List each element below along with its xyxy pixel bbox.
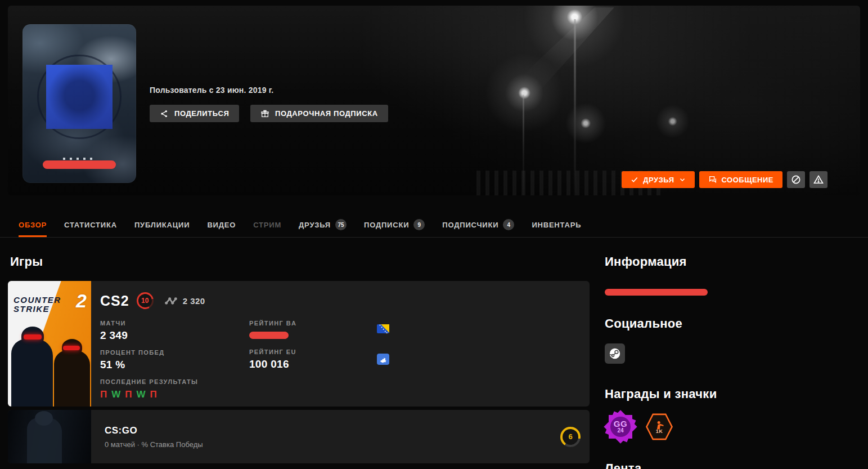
- tab-subscriptions[interactable]: ПОДПИСКИ9: [364, 219, 425, 231]
- cs2-banner-number: 2: [76, 290, 87, 312]
- steam-link-button[interactable]: [605, 343, 625, 364]
- tab-videos[interactable]: ВИДЕО: [207, 221, 236, 230]
- cs2-banner-logo: COUNTER STRIKE: [14, 296, 61, 314]
- profile-sidebar: Информация Социальное Награды и значки G…: [605, 254, 860, 469]
- steam-icon: [609, 347, 621, 360]
- gift-subscription-button[interactable]: ПОДАРОЧНАЯ ПОДПИСКА: [250, 105, 388, 122]
- 1k-badge-label: 1K: [656, 428, 663, 434]
- tab-statistics[interactable]: СТАТИСТИКА: [64, 221, 117, 230]
- region-flags: [377, 320, 399, 407]
- rating-eu-label: РЕЙТИНГ EU: [249, 349, 377, 355]
- avatar-card[interactable]: [23, 24, 136, 183]
- avatar: [46, 65, 113, 129]
- rating-eu-value: 100 016: [249, 358, 377, 370]
- recent-result: П: [125, 389, 132, 400]
- gg-badge-text: GG: [614, 420, 627, 428]
- tab-publications[interactable]: ПУБЛИКАЦИИ: [134, 221, 190, 230]
- gift-button-label: ПОДАРОЧНАЯ ПОДПИСКА: [275, 109, 378, 118]
- recent-results-label: ПОСЛЕДНИЕ РЕЗУЛЬТАТЫ: [100, 378, 249, 385]
- csgo-card-body: CS:GO 0 матчей · % Ставка Победы 6: [91, 410, 590, 463]
- profile-page: Пользователь с 23 июн. 2019 г. ПОДЕЛИТЬС…: [0, 0, 868, 469]
- info-redaction: [605, 289, 708, 296]
- badges-row: GG 24 1K: [605, 411, 860, 443]
- tab-stream: СТРИМ: [253, 221, 281, 230]
- tab-label: ИНВЕНТАРЬ: [532, 221, 581, 229]
- csgo-title: CS:GO: [105, 425, 203, 436]
- chat-icon: [708, 175, 717, 184]
- rating-ba-redaction: [249, 332, 289, 339]
- winrate-value: 51 %: [100, 359, 249, 371]
- check-icon: [631, 176, 638, 184]
- cs2-banner-art: COUNTER STRIKE 2: [8, 281, 91, 407]
- share-button-label: ПОДЕЛИТЬСЯ: [174, 109, 229, 118]
- cs2-card-body: CS2 10 2 320 МАТЧИ 2 349: [91, 281, 590, 407]
- soldier-silhouette: [54, 350, 90, 407]
- cs2-elo-value: 2 320: [183, 296, 205, 306]
- friends-dropdown-button[interactable]: ДРУЗЬЯ: [622, 171, 694, 188]
- profile-hero: Пользователь с 23 июн. 2019 г. ПОДЕЛИТЬС…: [8, 6, 860, 195]
- matches-label: МАТЧИ: [100, 320, 249, 327]
- friends-button-label: ДРУЗЬЯ: [643, 176, 674, 184]
- share-button[interactable]: ПОДЕЛИТЬСЯ: [150, 105, 239, 122]
- recent-result: W: [111, 389, 120, 400]
- gg24-award-badge[interactable]: GG 24: [605, 411, 636, 443]
- report-user-button[interactable]: [809, 171, 827, 188]
- username-redaction: [43, 160, 116, 169]
- tab-label: ОБЗОР: [19, 221, 47, 229]
- matches-value: 2 349: [100, 329, 249, 342]
- csgo-level-badge: 6: [560, 427, 581, 447]
- tab-label: ПОДПИСКИ: [364, 221, 409, 229]
- tab-label: СТРИМ: [253, 221, 281, 229]
- games-section: Игры COUNTER STRIKE 2 CS2 10: [8, 254, 590, 463]
- europe-region-icon: [377, 354, 389, 365]
- games-heading: Игры: [10, 254, 590, 269]
- member-since-text: Пользователь с 23 июн. 2019 г.: [150, 86, 273, 95]
- tabs-divider: [0, 237, 868, 238]
- tab-subscribers[interactable]: ПОДПИСЧИКИ4: [442, 219, 514, 231]
- rating-ba-label: РЕЙТИНГ BA: [249, 320, 377, 327]
- tab-label: ПУБЛИКАЦИИ: [134, 221, 190, 229]
- profile-tabs: ОБЗОР СТАТИСТИКА ПУБЛИКАЦИИ ВИДЕО СТРИМ …: [19, 219, 581, 231]
- soldier-silhouette: [27, 418, 62, 463]
- info-heading: Информация: [605, 254, 860, 269]
- block-user-button[interactable]: [787, 171, 805, 188]
- tab-badge-count: 75: [335, 219, 347, 230]
- cs2-title: CS2: [100, 293, 129, 309]
- awards-heading: Награды и значки: [605, 387, 860, 401]
- feed-heading: Лента: [605, 461, 860, 469]
- elo-icon: [164, 297, 178, 305]
- recent-result: П: [150, 389, 157, 400]
- tab-label: ПОДПИСЧИКИ: [442, 221, 498, 229]
- recent-result: W: [136, 389, 145, 400]
- username-ascenders: [63, 158, 97, 160]
- soldier-silhouette: [11, 339, 53, 407]
- bosnia-flag-icon: [377, 324, 389, 333]
- hero-action-buttons: ДРУЗЬЯ СООБЩЕНИЕ: [622, 171, 827, 188]
- winrate-label: ПРОЦЕНТ ПОБЕД: [100, 349, 249, 356]
- tab-label: СТАТИСТИКА: [64, 221, 117, 229]
- csgo-subtitle: 0 матчей · % Ставка Победы: [105, 440, 203, 449]
- chevron-down-icon: [679, 176, 686, 183]
- warning-icon: [813, 174, 824, 185]
- message-button[interactable]: СООБЩЕНИЕ: [699, 171, 782, 188]
- recent-result: П: [100, 389, 107, 400]
- message-button-label: СООБЩЕНИЕ: [722, 176, 773, 184]
- cs2-level-badge: 10: [137, 292, 154, 309]
- gg-badge-year: 24: [617, 428, 623, 434]
- cs2-game-card[interactable]: COUNTER STRIKE 2 CS2 10 2 320: [8, 281, 590, 407]
- tab-friends[interactable]: ДРУЗЬЯ75: [299, 219, 347, 231]
- lamp-pole: [574, 19, 576, 195]
- csgo-game-card[interactable]: CS:GO 0 матчей · % Ставка Победы 6: [8, 410, 590, 463]
- 1k-kills-award-badge[interactable]: 1K: [645, 413, 673, 441]
- tab-badge-count: 4: [503, 219, 514, 230]
- streetlight-beam: [451, 7, 614, 142]
- tab-overview[interactable]: ОБЗОР: [19, 221, 47, 230]
- recent-results: П W П W П: [100, 389, 249, 400]
- block-icon: [790, 174, 802, 185]
- tab-inventory[interactable]: ИНВЕНТАРЬ: [532, 221, 581, 230]
- share-icon: [160, 109, 169, 118]
- csgo-banner-art: [8, 410, 91, 463]
- tab-badge-count: 9: [413, 219, 425, 230]
- tab-label: ДРУЗЬЯ: [299, 221, 331, 229]
- tab-label: ВИДЕО: [207, 221, 236, 229]
